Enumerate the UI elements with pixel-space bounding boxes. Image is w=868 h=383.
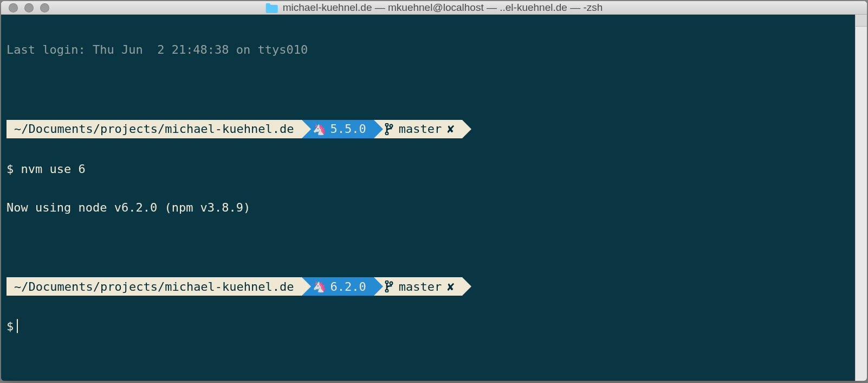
svg-point-4 (390, 282, 392, 285)
folder-icon (265, 3, 278, 13)
prompt-path-text: ~/Documents/projects/michael-kuehnel.de (14, 277, 294, 296)
svg-point-0 (385, 123, 388, 126)
prompt-git-segment: master✘ (374, 277, 462, 296)
prompt-path-segment: ~/Documents/projects/michael-kuehnel.de (7, 277, 302, 296)
terminal-body[interactable]: Last login: Thu Jun 2 21:48:38 on ttys01… (1, 15, 855, 381)
prompt-node-segment: 🦄5.5.0 (302, 120, 374, 138)
segment-arrow-icon (462, 120, 471, 138)
last-login-line: Last login: Thu Jun 2 21:48:38 on ttys01… (7, 40, 850, 59)
node-version-text: 6.2.0 (331, 277, 366, 296)
titlebar[interactable]: michael-kuehnel.de — mkuehnel@localhost … (1, 1, 867, 15)
prompt-symbol: $ (7, 320, 14, 333)
prompt-path-text: ~/Documents/projects/michael-kuehnel.de (14, 119, 294, 138)
prompt-path-segment: ~/Documents/projects/michael-kuehnel.de (7, 120, 302, 138)
command-text: nvm use 6 (21, 162, 86, 176)
close-button[interactable] (9, 3, 18, 12)
svg-point-1 (390, 124, 392, 127)
git-branch-icon (385, 123, 393, 135)
segment-arrow-icon (462, 277, 471, 296)
prompt-git-segment: master✘ (374, 120, 462, 138)
scrollbar-track-top (856, 15, 867, 27)
minimize-button[interactable] (24, 3, 34, 12)
svg-point-3 (385, 281, 388, 284)
terminal-window: michael-kuehnel.de — mkuehnel@localhost … (1, 1, 867, 381)
unicorn-icon: 🦄 (313, 278, 326, 295)
window-title-text: michael-kuehnel.de — mkuehnel@localhost … (283, 2, 603, 14)
git-branch-text: master (399, 277, 442, 296)
svg-point-5 (385, 290, 388, 292)
terminal-body-wrap: Last login: Thu Jun 2 21:48:38 on ttys01… (1, 15, 867, 381)
git-branch-text: master (399, 119, 442, 138)
cursor (17, 319, 18, 333)
prompt-node-segment: 🦄6.2.0 (302, 277, 374, 296)
segment-arrow-icon (374, 277, 383, 296)
git-dirty-icon: ✘ (447, 119, 454, 138)
node-version-text: 5.5.0 (331, 119, 366, 138)
command-output: Now using node v6.2.0 (npm v3.8.9) (7, 198, 850, 217)
prompt-line: ~/Documents/projects/michael-kuehnel.de🦄… (7, 277, 471, 296)
traffic-lights (9, 3, 49, 12)
segment-arrow-icon (302, 277, 311, 296)
segment-arrow-icon (302, 120, 311, 138)
prompt-line: ~/Documents/projects/michael-kuehnel.de🦄… (7, 120, 471, 138)
segment-arrow-icon (374, 120, 383, 138)
git-branch-icon (385, 280, 393, 292)
scrollbar[interactable] (855, 15, 867, 381)
zoom-button[interactable] (40, 3, 49, 12)
unicorn-icon: 🦄 (313, 120, 326, 138)
prompt-symbol: $ (7, 162, 21, 176)
window-title: michael-kuehnel.de — mkuehnel@localhost … (265, 2, 603, 14)
svg-point-2 (385, 132, 388, 135)
git-dirty-icon: ✘ (447, 277, 454, 296)
